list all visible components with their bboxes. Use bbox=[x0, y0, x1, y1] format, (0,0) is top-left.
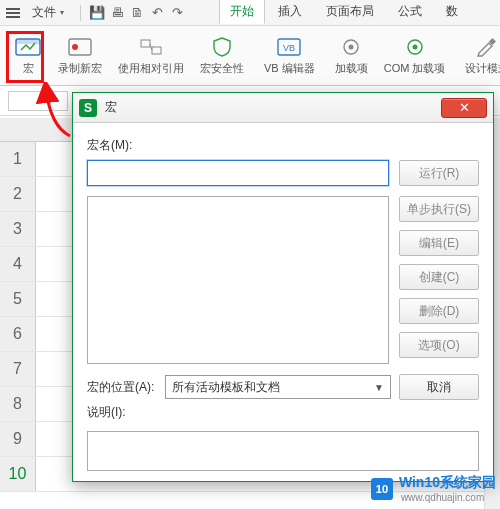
watermark-url: www.qdhuajin.com bbox=[401, 492, 496, 503]
row-header[interactable]: 5 bbox=[0, 282, 36, 316]
save-icon[interactable]: 💾 bbox=[89, 5, 105, 21]
record-icon bbox=[66, 35, 94, 59]
redo-icon[interactable]: ↷ bbox=[169, 5, 185, 21]
close-icon: ✕ bbox=[459, 100, 470, 115]
svg-point-9 bbox=[349, 45, 354, 50]
ribbon-security-label: 宏安全性 bbox=[200, 61, 244, 76]
design-mode-icon bbox=[473, 35, 500, 59]
row-header[interactable]: 10 bbox=[0, 457, 36, 491]
ribbon-com-label: COM 加载项 bbox=[384, 61, 446, 76]
addins-icon bbox=[337, 35, 365, 59]
ribbon-vbe-label: VB 编辑器 bbox=[264, 61, 315, 76]
ribbon-record-macro[interactable]: 录制新宏 bbox=[52, 35, 108, 76]
tab-pagelayout[interactable]: 页面布局 bbox=[315, 0, 385, 24]
row-header[interactable]: 6 bbox=[0, 317, 36, 351]
row-header[interactable]: 1 bbox=[0, 142, 36, 176]
ribbon-record-label: 录制新宏 bbox=[58, 61, 102, 76]
com-addins-icon bbox=[401, 35, 429, 59]
macro-location-select[interactable]: 所有活动模板和文档 ▼ bbox=[165, 375, 391, 399]
options-button[interactable]: 选项(O) bbox=[399, 332, 479, 358]
ribbon-design-label: 设计模式 bbox=[465, 61, 500, 76]
dialog-titlebar[interactable]: S 宏 ✕ bbox=[73, 93, 493, 123]
ribbon-macro-security[interactable]: 宏安全性 bbox=[194, 35, 250, 76]
relative-ref-icon bbox=[137, 35, 165, 59]
hamburger-icon[interactable] bbox=[6, 8, 20, 18]
ribbon-macro[interactable]: 宏 bbox=[8, 35, 48, 76]
macro-name-label: 宏名(M): bbox=[87, 137, 479, 154]
file-menu-label: 文件 bbox=[32, 4, 56, 21]
print-preview-icon[interactable]: 🗎 bbox=[129, 5, 145, 21]
ribbon-relative-ref[interactable]: 使用相对引用 bbox=[112, 35, 190, 76]
name-box[interactable] bbox=[8, 91, 68, 111]
row-header[interactable]: 7 bbox=[0, 352, 36, 386]
edit-button[interactable]: 编辑(E) bbox=[399, 230, 479, 256]
macro-location-value: 所有活动模板和文档 bbox=[172, 379, 280, 396]
description-label: 说明(I): bbox=[87, 404, 479, 421]
macro-icon bbox=[14, 35, 42, 59]
svg-text:VB: VB bbox=[283, 43, 295, 53]
step-button[interactable]: 单步执行(S) bbox=[399, 196, 479, 222]
svg-point-11 bbox=[412, 45, 417, 50]
tab-insert[interactable]: 插入 bbox=[267, 0, 313, 24]
ribbon-tabs: 开始 插入 页面布局 公式 数 bbox=[219, 2, 469, 24]
ribbon-com-addins[interactable]: COM 加载项 bbox=[378, 35, 452, 76]
watermark-title: Win10系统家园 bbox=[399, 474, 496, 492]
svg-rect-5 bbox=[152, 47, 161, 54]
row-header[interactable]: 4 bbox=[0, 247, 36, 281]
separator bbox=[80, 5, 81, 21]
macro-name-input[interactable] bbox=[87, 160, 389, 186]
watermark: 10 Win10系统家园 www.qdhuajin.com bbox=[371, 474, 496, 503]
row-header[interactable]: 3 bbox=[0, 212, 36, 246]
create-button[interactable]: 创建(C) bbox=[399, 264, 479, 290]
print-icon[interactable]: 🖶 bbox=[109, 5, 125, 21]
ribbon-addins[interactable]: 加载项 bbox=[329, 35, 374, 76]
macro-location-label: 宏的位置(A): bbox=[87, 379, 157, 396]
tab-data[interactable]: 数 bbox=[435, 0, 469, 24]
ribbon-vbe[interactable]: VB VB 编辑器 bbox=[258, 35, 321, 76]
cancel-button[interactable]: 取消 bbox=[399, 374, 479, 400]
ribbon: 宏 录制新宏 使用相对引用 宏安全性 VB VB 编辑器 加载项 bbox=[0, 26, 500, 86]
ribbon-design-mode[interactable]: 设计模式 bbox=[459, 35, 500, 76]
run-button[interactable]: 运行(R) bbox=[399, 160, 479, 186]
app-badge-icon: S bbox=[79, 99, 97, 117]
macro-dialog: S 宏 ✕ 宏名(M): 运行(R) 单步执行(S) 编辑(E) 创建(C) 删… bbox=[72, 92, 494, 482]
svg-rect-4 bbox=[141, 40, 150, 47]
tab-start[interactable]: 开始 bbox=[219, 0, 265, 24]
macro-listbox[interactable] bbox=[87, 196, 389, 364]
file-menu[interactable]: 文件 ▾ bbox=[24, 2, 72, 23]
chevron-down-icon: ▾ bbox=[60, 8, 64, 17]
menubar: 文件 ▾ 💾 🖶 🗎 ↶ ↷ 开始 插入 页面布局 公式 数 bbox=[0, 0, 500, 26]
row-header[interactable]: 8 bbox=[0, 387, 36, 421]
svg-rect-1 bbox=[16, 39, 40, 44]
chevron-down-icon: ▼ bbox=[374, 382, 384, 393]
svg-point-3 bbox=[72, 44, 78, 50]
description-box[interactable] bbox=[87, 431, 479, 471]
ribbon-macro-label: 宏 bbox=[23, 61, 34, 76]
ribbon-relative-label: 使用相对引用 bbox=[118, 61, 184, 76]
vbe-icon: VB bbox=[275, 35, 303, 59]
undo-icon[interactable]: ↶ bbox=[149, 5, 165, 21]
row-header[interactable]: 2 bbox=[0, 177, 36, 211]
ribbon-addins-label: 加载项 bbox=[335, 61, 368, 76]
watermark-badge-icon: 10 bbox=[371, 478, 393, 500]
delete-button[interactable]: 删除(D) bbox=[399, 298, 479, 324]
close-button[interactable]: ✕ bbox=[441, 98, 487, 118]
security-icon bbox=[208, 35, 236, 59]
row-header[interactable]: 9 bbox=[0, 422, 36, 456]
dialog-body: 宏名(M): 运行(R) 单步执行(S) 编辑(E) 创建(C) 删除(D) 选… bbox=[73, 123, 493, 481]
tab-formula[interactable]: 公式 bbox=[387, 0, 433, 24]
dialog-title: 宏 bbox=[105, 99, 441, 116]
